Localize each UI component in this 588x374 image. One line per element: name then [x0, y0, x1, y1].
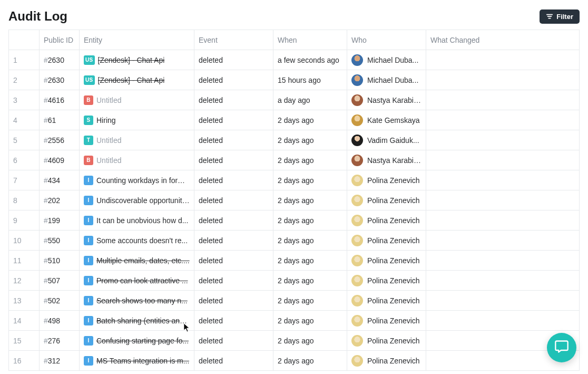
col-public-id[interactable]: Public ID	[40, 30, 80, 50]
who-cell[interactable]: Nastya Karabit...	[347, 90, 426, 110]
entity-name: Untitled	[96, 156, 121, 165]
when-cell: 2 days ago	[273, 231, 347, 251]
who-cell[interactable]: Polina Zenevich	[347, 251, 426, 271]
public-id: #510	[40, 251, 80, 271]
entity-type-badge: I	[84, 216, 93, 225]
entity-cell[interactable]: IUndiscoverable opportuniti...	[80, 190, 194, 210]
avatar	[351, 315, 363, 327]
who-cell[interactable]: Polina Zenevich	[347, 311, 426, 331]
avatar	[351, 215, 363, 226]
when-cell: 2 days ago	[273, 110, 347, 130]
col-who[interactable]: Who	[347, 30, 426, 50]
who-cell[interactable]: Polina Zenevich	[347, 231, 426, 251]
user-name: Polina Zenevich	[367, 296, 420, 305]
entity-type-badge: I	[84, 256, 93, 265]
who-cell[interactable]: Polina Zenevich	[347, 210, 426, 231]
public-id: #2556	[40, 130, 80, 150]
user-name: Michael Duba...	[367, 56, 418, 64]
table-row[interactable]: 6#4609BUntitleddeleted2 days agoNastya K…	[9, 150, 580, 170]
entity-name: Counting workdays in form...	[96, 176, 190, 185]
row-number: 11	[9, 251, 40, 271]
who-cell[interactable]: Michael Duba...	[347, 70, 426, 90]
filter-button[interactable]: Filter	[540, 9, 580, 24]
user-name: Nastya Karabit...	[367, 96, 422, 104]
event-cell: deleted	[194, 130, 273, 150]
public-id: #2630	[40, 50, 80, 70]
event-cell: deleted	[194, 331, 273, 351]
entity-type-badge: US	[84, 75, 95, 85]
col-entity[interactable]: Entity	[80, 30, 194, 50]
user-name: Polina Zenevich	[367, 357, 420, 365]
table-row[interactable]: 2#2630US[Zendesk] - Chat Apideleted15 ho…	[9, 70, 580, 90]
public-id: #507	[40, 271, 80, 291]
entity-cell[interactable]: IMS Teams integration is m...	[80, 351, 194, 371]
table-row[interactable]: 14#498IBatch sharing (entities and...del…	[9, 311, 580, 331]
table-row[interactable]: 12#507IPromo can look attractive ...dele…	[9, 271, 580, 291]
entity-cell[interactable]: IIt can be unobvious how d...	[80, 210, 194, 231]
who-cell[interactable]: Polina Zenevich	[347, 170, 426, 190]
user-name: Vadim Gaiduk...	[367, 136, 419, 145]
entity-name: Search shows too many n...	[96, 296, 188, 305]
table-row[interactable]: 10#550ISome accounts doesn't re...delete…	[9, 231, 580, 251]
entity-cell[interactable]: BUntitled	[80, 90, 194, 110]
entity-cell[interactable]: IMultiple emails, dates, etc....	[80, 251, 194, 271]
what-changed-cell	[426, 271, 580, 291]
entity-cell[interactable]: US[Zendesk] - Chat Api	[80, 50, 194, 70]
entity-cell[interactable]: ISearch shows too many n...	[80, 291, 194, 311]
who-cell[interactable]: Nastya Karabit...	[347, 150, 426, 170]
who-cell[interactable]: Vadim Gaiduk...	[347, 130, 426, 150]
entity-cell[interactable]: IPromo can look attractive ...	[80, 271, 194, 291]
entity-cell[interactable]: BUntitled	[80, 150, 194, 170]
avatar	[351, 94, 363, 106]
entity-cell[interactable]: US[Zendesk] - Chat Api	[80, 70, 194, 90]
table-row[interactable]: 7#434ICounting workdays in form...delete…	[9, 170, 580, 190]
row-number: 16	[9, 351, 40, 371]
table-row[interactable]: 11#510IMultiple emails, dates, etc....de…	[9, 251, 580, 271]
entity-name: Some accounts doesn't re...	[96, 236, 188, 245]
who-cell[interactable]: Polina Zenevich	[347, 351, 426, 371]
row-number: 6	[9, 150, 40, 170]
entity-cell[interactable]: IBatch sharing (entities and...	[80, 311, 194, 331]
entity-cell[interactable]: ICounting workdays in form...	[80, 170, 194, 190]
audit-table: Public ID Entity Event When Who What Cha…	[8, 30, 580, 371]
col-when[interactable]: When	[273, 30, 347, 50]
public-id: #4616	[40, 90, 80, 110]
col-what-changed[interactable]: What Changed	[426, 30, 580, 50]
table-row[interactable]: 9#199IIt can be unobvious how d...delete…	[9, 210, 580, 231]
entity-type-badge: S	[84, 116, 93, 125]
row-number: 13	[9, 291, 40, 311]
event-cell: deleted	[194, 90, 273, 110]
who-cell[interactable]: Polina Zenevich	[347, 190, 426, 210]
avatar	[351, 135, 363, 146]
entity-cell[interactable]: IConfusing starting page fo...	[80, 331, 194, 351]
table-row[interactable]: 15#276IConfusing starting page fo...dele…	[9, 331, 580, 351]
event-cell: deleted	[194, 311, 273, 331]
who-cell[interactable]: Polina Zenevich	[347, 271, 426, 291]
col-event[interactable]: Event	[194, 30, 273, 50]
user-name: Polina Zenevich	[367, 196, 420, 205]
who-cell[interactable]: Kate Gemskaya	[347, 110, 426, 130]
who-cell[interactable]: Michael Duba...	[347, 50, 426, 70]
avatar	[351, 335, 363, 347]
event-cell: deleted	[194, 170, 273, 190]
table-row[interactable]: 8#202IUndiscoverable opportuniti...delet…	[9, 190, 580, 210]
table-row[interactable]: 1#2630US[Zendesk] - Chat Apideleteda few…	[9, 50, 580, 70]
table-row[interactable]: 4#61SHiringdeleted2 days agoKate Gemskay…	[9, 110, 580, 130]
user-name: Nastya Karabit...	[367, 156, 422, 165]
entity-cell[interactable]: SHiring	[80, 110, 194, 130]
table-row[interactable]: 3#4616BUntitleddeleteda day agoNastya Ka…	[9, 90, 580, 110]
user-name: Michael Duba...	[367, 76, 418, 84]
table-row[interactable]: 5#2556TUntitleddeleted2 days agoVadim Ga…	[9, 130, 580, 150]
col-rownum[interactable]	[9, 30, 40, 50]
entity-cell[interactable]: TUntitled	[80, 130, 194, 150]
what-changed-cell	[426, 291, 580, 311]
table-row[interactable]: 16#312IMS Teams integration is m...delet…	[9, 351, 580, 371]
entity-type-badge: B	[84, 95, 93, 105]
table-row[interactable]: 13#502ISearch shows too many n...deleted…	[9, 291, 580, 311]
entity-cell[interactable]: ISome accounts doesn't re...	[80, 231, 194, 251]
event-cell: deleted	[194, 231, 273, 251]
who-cell[interactable]: Polina Zenevich	[347, 331, 426, 351]
who-cell[interactable]: Polina Zenevich	[347, 291, 426, 311]
chat-widget-button[interactable]	[547, 333, 576, 362]
public-id: #434	[40, 170, 80, 190]
